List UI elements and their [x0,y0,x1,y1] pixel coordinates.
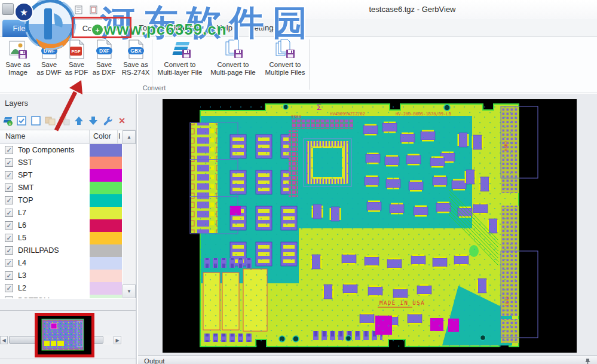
layer-color-swatch[interactable] [90,144,122,157]
uncheck-all-layers-icon[interactable] [30,115,42,127]
layer-visibility-checkbox[interactable]: ✓ [5,259,13,267]
add-layer-icon[interactable]: + [1,115,13,127]
layer-color-swatch[interactable] [90,270,122,282]
layer-color-swatch[interactable] [90,232,122,244]
layers-panel-title: Layers [5,99,28,108]
layer-row[interactable]: ✓L3 [0,270,122,282]
layer-name: L4 [18,259,26,267]
layer-color-swatch[interactable] [90,295,122,298]
layer-visibility-checkbox[interactable]: ✓ [5,246,13,255]
layer-visibility-checkbox[interactable]: ✓ [5,158,13,167]
layer-name: Top Components [18,146,75,154]
layers-list: ✓Top Components✓SST✓SPT✓SMT✓TOP✓L7✓L6✓L5… [0,144,122,298]
delete-layer-icon[interactable]: ✕ [116,115,128,127]
auto-hide-pin-icon[interactable] [584,357,591,364]
gerbview-window: testcase6.tgz - GerbView File HomeConver… [0,0,597,364]
layer-color-swatch[interactable] [90,157,122,169]
pcb-board-drawing: Σ HV48095WZI2/02 HV-280-B005-1878/09-LB … [163,99,577,353]
output-panel-bar[interactable]: Output [138,355,597,364]
window-title: testcase6.tgz - GerbView [335,5,490,14]
layer-name: DRILLPADS [18,246,59,255]
layer-color-swatch[interactable] [90,194,122,207]
scroll-right-button[interactable]: ▶ [114,336,121,344]
viewer-area: Σ HV48095WZI2/02 HV-280-B005-1878/09-LB … [138,94,597,355]
scroll-down-button[interactable]: ▼ [123,285,136,298]
column-header-name[interactable]: Name [5,132,25,140]
board-right-label-bottom: CH01 [504,296,509,307]
layer-name: L7 [18,209,26,217]
layer-color-swatch[interactable] [90,207,122,219]
scroll-left-button[interactable]: ◀ [0,336,8,344]
layer-name: L3 [18,271,26,280]
layers-vertical-scrollbar[interactable]: ▲ ▼ [123,130,136,298]
layer-name: TOP [18,196,33,204]
layer-color-swatch[interactable] [90,257,122,270]
board-connector-label: 9308 [291,115,301,120]
ribbon-group-separator [309,39,310,90]
layer-row[interactable]: ✓BOTTOM [0,295,122,298]
layer-visibility-checkbox[interactable]: ✓ [5,271,13,280]
layer-name: SMT [18,183,33,192]
ribbon-separator [152,39,152,90]
layer-visibility-checkbox[interactable]: ✓ [5,146,13,154]
layer-visibility-checkbox[interactable]: ✓ [5,171,13,179]
layer-name: L5 [18,234,26,242]
annotation-highlight-box [72,17,131,38]
layer-visibility-checkbox[interactable]: ✓ [5,183,13,192]
layer-visibility-checkbox[interactable]: ✓ [5,196,13,204]
board-part-number-2: HV-280-B005-1878/09-LB [396,112,451,117]
scroll-up-button[interactable]: ▲ [123,130,136,144]
layer-color-swatch[interactable] [90,182,122,194]
layer-row[interactable]: ✓DRILLPADS [0,244,122,257]
layer-name: SST [18,158,32,167]
svg-text:GBX: GBX [130,48,142,54]
layer-name: L2 [18,284,26,292]
layer-row[interactable]: ✓TOP [0,194,122,207]
layer-row[interactable]: ✓L6 [0,219,122,232]
layer-row[interactable]: ✓L7 [0,207,122,219]
layer-row[interactable]: ✓SPT [0,169,122,182]
layer-row[interactable]: ✓Top Components [0,144,122,157]
svg-text:★: ★ [20,7,27,17]
layer-row[interactable]: ✓SMT [0,182,122,194]
check-all-layers-icon[interactable] [16,115,27,127]
layer-name: BOTTOM [18,296,50,298]
layer-row[interactable]: ✓L2 [0,282,122,295]
board-made-in-text: MADE IN USA [379,300,425,306]
layer-color-swatch[interactable] [90,244,122,257]
layer-visibility-checkbox[interactable]: ✓ [5,234,13,242]
layers-table: Name Color I ✓Top Components✓SST✓SPT✓SMT… [0,130,136,299]
gerber-canvas[interactable]: Σ HV48095WZI2/02 HV-280-B005-1878/09-LB … [163,99,577,353]
board-part-number-1: HV48095WZI2/02 [330,112,365,117]
svg-text:+: + [8,121,11,127]
layer-visibility-checkbox[interactable]: ✓ [5,221,13,230]
layer-name: L6 [18,221,26,230]
layer-visibility-checkbox[interactable]: ✓ [5,284,13,292]
annotation-arrow [42,72,102,143]
column-header-extra[interactable]: I [118,132,122,140]
layer-settings-wrench-icon[interactable] [102,115,114,127]
layer-visibility-checkbox[interactable]: ✓ [5,209,13,217]
board-logo-mark: Σ [317,103,322,112]
output-panel-label: Output [144,357,165,364]
layer-row[interactable]: ✓SST [0,157,122,169]
layer-color-swatch[interactable] [90,282,122,295]
layer-name: SPT [18,171,32,179]
board-thumbnail[interactable] [35,313,94,357]
board-thumbnail-image [38,316,91,354]
layer-color-swatch[interactable] [90,169,122,182]
board-right-label-top: CH8A [503,141,508,152]
layer-row[interactable]: ✓L5 [0,232,122,244]
layer-color-swatch[interactable] [90,219,122,232]
layer-row[interactable]: ✓L4 [0,257,122,270]
layer-visibility-checkbox[interactable]: ✓ [5,296,13,298]
